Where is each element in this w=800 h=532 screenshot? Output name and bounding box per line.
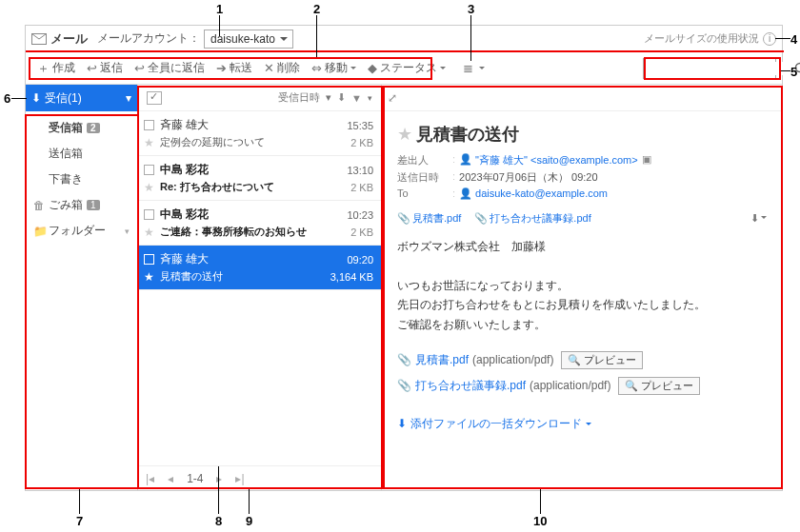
paperclip-icon: 📎: [474, 212, 488, 224]
paperclip-icon: 📎: [397, 212, 410, 224]
star-icon[interactable]: ★: [144, 181, 156, 194]
chevron-down-icon[interactable]: ▾: [368, 93, 372, 103]
attachment-row: 📎打ち合わせ議事録.pdf(application/pdf)🔍プレビュー: [397, 377, 767, 395]
paperclip-icon: 📎: [397, 379, 411, 392]
attachment-link[interactable]: 見積書.pdf: [415, 352, 469, 368]
message-from: 斉藤 雄大: [160, 251, 347, 267]
callout-10: 10: [533, 514, 547, 528]
magnifier-icon: 🔍: [568, 354, 581, 366]
star-icon[interactable]: ★: [144, 136, 156, 149]
sort-arrow-icon[interactable]: ⬇: [337, 91, 346, 104]
star-icon[interactable]: ★: [397, 124, 412, 145]
message-item[interactable]: 中島 彩花13:10★Re: 打ち合わせについて2 KB: [138, 156, 381, 201]
forward-icon: ➔: [216, 61, 227, 75]
sidebar-folder[interactable]: 🗑ごみ箱1: [26, 192, 137, 218]
message-subject: ご連絡：事務所移転のお知らせ: [160, 225, 350, 239]
usage-link[interactable]: メールサイズの使用状況 i: [644, 31, 776, 46]
message-size: 2 KB: [350, 137, 373, 148]
account-label: メールアカウント：: [97, 30, 200, 47]
folder-icon: 🗑: [33, 199, 47, 212]
download-icon: ⬇: [31, 91, 41, 105]
message-item[interactable]: 斉藤 雄大15:35★定例会の延期について2 KB: [138, 111, 381, 156]
message-time: 09:20: [347, 254, 373, 266]
select-all-checkbox[interactable]: [147, 91, 162, 105]
checkbox[interactable]: [144, 120, 154, 130]
reply-all-icon: ↩: [134, 61, 145, 75]
message-body: ボウズマン株式会社 加藤様 いつもお世話になっております。先日のお打ち合わせをも…: [397, 237, 767, 334]
compose-button[interactable]: ＋作成: [31, 56, 81, 81]
sort-label[interactable]: 受信日時: [278, 90, 320, 105]
delete-icon: ✕: [264, 61, 274, 75]
message-size: 2 KB: [350, 227, 373, 238]
message-subject: 定例会の延期について: [160, 135, 350, 149]
message-size: 3,164 KB: [330, 271, 373, 283]
inbox-header[interactable]: ⬇ 受信(1) ▾: [26, 85, 137, 111]
attachment-mime: (application/pdf): [530, 379, 610, 392]
callout-3: 3: [468, 2, 474, 16]
sidebar-folder[interactable]: 下書き: [26, 167, 137, 192]
preview-button[interactable]: 🔍プレビュー: [561, 351, 643, 369]
chevron-down-icon[interactable]: ▾: [326, 91, 331, 104]
search-box[interactable]: [643, 58, 776, 79]
attachment-mime: (application/pdf): [472, 353, 553, 366]
pager: |◂ ◂ 1-4 ▸ ▸|: [138, 465, 381, 490]
from-value[interactable]: "斉藤 雄大" <saito@example.com>: [475, 153, 638, 167]
info-icon: i: [763, 32, 776, 46]
contact-icon[interactable]: ▣: [642, 153, 651, 167]
message-from: 中島 彩花: [160, 207, 347, 223]
pager-prev[interactable]: ◂: [168, 472, 173, 485]
sidebar-folder[interactable]: 📁フォルダー▾: [26, 218, 137, 244]
delete-button[interactable]: ✕削除: [258, 56, 306, 80]
move-button[interactable]: ⇔移動: [306, 56, 362, 80]
list-icon: ≣: [463, 61, 473, 75]
message-from: 斉藤 雄大: [160, 117, 347, 133]
star-icon[interactable]: ★: [144, 270, 156, 284]
callout-6: 6: [4, 91, 10, 106]
from-label: 差出人: [397, 153, 449, 167]
person-icon: 👤: [459, 153, 472, 167]
date-label: 送信日時: [397, 170, 449, 185]
bulk-download-link[interactable]: ⬇添付ファイルの一括ダウンロード: [397, 416, 591, 432]
folder-label: フォルダー: [49, 223, 106, 239]
folder-label: 受信箱: [49, 120, 83, 136]
preview-button[interactable]: 🔍プレビュー: [618, 377, 700, 395]
message-subject: Re: 打ち合わせについて: [160, 180, 350, 194]
reply-button[interactable]: ↩返信: [81, 56, 129, 80]
attachment-row: 📎見積書.pdf(application/pdf)🔍プレビュー: [397, 351, 767, 369]
checkbox[interactable]: [144, 209, 154, 220]
pager-last[interactable]: ▸|: [235, 472, 244, 485]
attachment-link[interactable]: 打ち合わせ議事録.pdf: [415, 378, 526, 394]
filter-icon[interactable]: ▼: [351, 92, 362, 104]
callout-8: 8: [215, 514, 222, 528]
message-time: 15:35: [347, 120, 373, 131]
app-label: メール: [31, 30, 88, 48]
magnifier-icon: 🔍: [625, 380, 638, 392]
star-icon[interactable]: ★: [144, 226, 156, 239]
account-select[interactable]: daisuke-kato: [204, 30, 293, 49]
status-button[interactable]: ◆ステータス: [362, 56, 451, 80]
to-value[interactable]: daisuke-kato@example.com: [475, 187, 608, 200]
attachment-link[interactable]: 📎打ち合わせ議事録.pdf: [474, 211, 590, 226]
download-icon[interactable]: ⬇: [750, 212, 767, 225]
checkbox[interactable]: [144, 165, 154, 175]
pager-range: 1-4: [187, 472, 203, 485]
pager-first[interactable]: |◂: [146, 472, 154, 485]
person-icon: 👤: [459, 187, 472, 200]
reply-icon: ↩: [87, 61, 97, 75]
reply-all-button[interactable]: ↩全員に返信: [129, 56, 210, 80]
chevron-down-icon[interactable]: ▾: [126, 91, 131, 105]
expand-icon[interactable]: ⤢: [388, 91, 397, 105]
extra-menu[interactable]: ≣: [457, 57, 490, 79]
callout-1: 1: [216, 2, 223, 16]
sidebar-folder[interactable]: 送信箱: [26, 141, 137, 167]
callout-4: 4: [790, 32, 797, 47]
badge: 2: [87, 123, 100, 133]
attachment-link[interactable]: 📎見積書.pdf: [397, 211, 461, 226]
message-item[interactable]: 斉藤 雄大09:20★見積書の送付3,164 KB: [138, 246, 381, 290]
forward-button[interactable]: ➔転送: [210, 56, 258, 80]
sidebar-folder[interactable]: 受信箱2: [26, 115, 137, 141]
checkbox[interactable]: [144, 254, 154, 265]
message-item[interactable]: 中島 彩花10:23★ご連絡：事務所移転のお知らせ2 KB: [138, 201, 381, 246]
search-input[interactable]: [644, 62, 794, 75]
message-subject: 見積書の送付: [160, 269, 330, 284]
